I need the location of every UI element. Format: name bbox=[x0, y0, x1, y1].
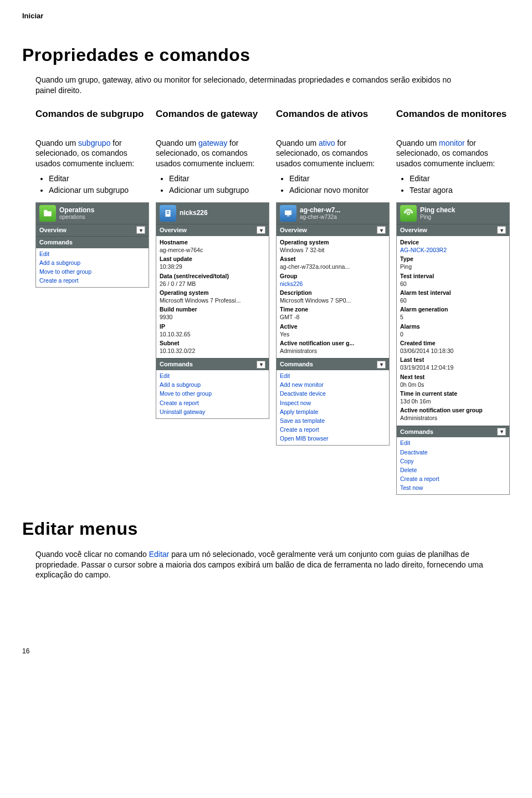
bullets-subgrupo: Editar Adicionar um subgrupo bbox=[35, 173, 149, 196]
col-gateway: Comandos de gateway Quando um gateway fo… bbox=[156, 108, 269, 495]
overview-bar[interactable]: Overview ▾ bbox=[397, 224, 509, 236]
text: Quando um bbox=[396, 139, 439, 147]
ping-icon bbox=[400, 205, 417, 222]
cmd-edit[interactable]: Edit bbox=[160, 371, 265, 380]
kv-row: DescriptionMicrosoft Windows 7 SP0... bbox=[280, 289, 386, 304]
overview-bar[interactable]: Overview ▾ bbox=[277, 224, 389, 236]
cmd-edit[interactable]: Edit bbox=[39, 249, 145, 258]
kv-row: Assetag-cher-w732a.root.unna... bbox=[280, 255, 386, 270]
chevron-down-icon[interactable]: ▾ bbox=[257, 226, 265, 234]
cmd-test-now[interactable]: Test now bbox=[400, 483, 506, 492]
cmd-apply-template[interactable]: Apply template bbox=[280, 407, 386, 416]
chevron-down-icon[interactable]: ▾ bbox=[377, 226, 386, 234]
commands-label: Commands bbox=[280, 360, 313, 369]
cmd-open-mib[interactable]: Open MIB browser bbox=[280, 434, 386, 443]
svg-rect-6 bbox=[287, 216, 290, 217]
chevron-down-icon[interactable]: ▾ bbox=[497, 428, 506, 436]
col-heading-gateway: Comandos de gateway bbox=[156, 108, 269, 132]
overview-kv: Hostnameag-merce-w764c Last update10:38:… bbox=[156, 236, 269, 358]
cmd-create-report[interactable]: Create a report bbox=[280, 425, 386, 434]
kv-row: Operating systemMicrosoft Windows 7 Prof… bbox=[160, 289, 265, 304]
kv-row: Next test0h 0m 0s bbox=[400, 373, 506, 388]
list-item: Testar agora bbox=[410, 185, 510, 196]
cmd-create-report[interactable]: Create a report bbox=[39, 276, 145, 285]
text: Quando um bbox=[276, 139, 319, 147]
cmd-move-group[interactable]: Move to other group bbox=[39, 267, 145, 276]
link-subgrupo[interactable]: subgrupo bbox=[78, 139, 110, 147]
cmd-deactivate[interactable]: Deactivate bbox=[400, 448, 506, 457]
kv-row: IP10.10.32.65 bbox=[160, 323, 265, 338]
col-desc-ativos: Quando um ativo for selecionado, os coma… bbox=[276, 138, 390, 170]
link-monitor[interactable]: monitor bbox=[439, 139, 465, 147]
cmd-create-report[interactable]: Create a report bbox=[400, 474, 506, 483]
panel-header: nicks226 bbox=[156, 203, 269, 224]
kv-row: Created time03/06/2014 10:18:30 bbox=[400, 339, 506, 355]
svg-rect-3 bbox=[167, 211, 170, 212]
commands-bar[interactable]: Commands ▾ bbox=[156, 358, 269, 370]
cmd-delete[interactable]: Delete bbox=[400, 466, 506, 474]
section-title-editar-menus: Editar menus bbox=[22, 517, 510, 541]
list-item: Adicionar novo monitor bbox=[289, 185, 390, 196]
panel-ping-check: Ping check Ping Overview ▾ DeviceAG-NICK… bbox=[396, 202, 510, 495]
cmd-move-group[interactable]: Move to other group bbox=[160, 389, 265, 398]
kv-row: Alarm generation5 bbox=[400, 305, 506, 321]
panel-subtitle: ag-cher-w732a bbox=[300, 214, 340, 220]
list-item: Adicionar um subgrupo bbox=[169, 185, 269, 196]
commands-label: Commands bbox=[160, 360, 193, 369]
kv-row: DeviceAG-NICK-2003R2 bbox=[400, 238, 506, 254]
editar-body: Quando você clicar no comando Editar par… bbox=[35, 549, 495, 581]
bullets-monitores: Editar Testar agora bbox=[396, 173, 510, 196]
cmd-add-subgroup[interactable]: Add a subgroup bbox=[160, 380, 265, 389]
link-editar[interactable]: Editar bbox=[149, 550, 170, 559]
cmd-copy[interactable]: Copy bbox=[400, 457, 506, 466]
commands-label: Commands bbox=[39, 238, 73, 247]
list-item: Adicionar um subgrupo bbox=[49, 185, 149, 196]
cmd-deactivate-device[interactable]: Deactivate device bbox=[280, 389, 386, 398]
panel-title: nicks226 bbox=[180, 209, 208, 217]
cmd-uninstall-gateway[interactable]: Uninstall gateway bbox=[160, 407, 265, 416]
commands-list: Edit Add a subgroup Move to other group … bbox=[156, 370, 269, 418]
text: Quando você clicar no comando bbox=[35, 550, 149, 559]
commands-columns: Comandos de subgrupo Quando um subgrupo … bbox=[35, 108, 510, 495]
cmd-save-template[interactable]: Save as template bbox=[280, 416, 386, 425]
overview-bar[interactable]: Overview ▾ bbox=[156, 224, 269, 236]
overview-label: Overview bbox=[400, 226, 427, 234]
col-desc-gateway: Quando um gateway for selecionado, os co… bbox=[156, 138, 269, 170]
kv-row: Test interval60 bbox=[400, 272, 506, 288]
panel-asset: ag-cher-w7... ag-cher-w732a Overview ▾ O… bbox=[276, 202, 390, 446]
commands-bar: Commands bbox=[36, 236, 149, 248]
commands-bar[interactable]: Commands ▾ bbox=[397, 426, 509, 438]
kv-row: ActiveYes bbox=[280, 323, 386, 338]
list-item: Editar bbox=[289, 173, 390, 184]
cmd-inspect-now[interactable]: Inspect now bbox=[280, 398, 386, 407]
chevron-down-icon[interactable]: ▾ bbox=[136, 226, 145, 234]
cmd-create-report[interactable]: Create a report bbox=[160, 398, 265, 407]
link-ativo[interactable]: ativo bbox=[319, 139, 335, 147]
col-subgrupo: Comandos de subgrupo Quando um subgrupo … bbox=[35, 108, 149, 495]
cmd-add-subgroup[interactable]: Add a subgroup bbox=[39, 258, 145, 267]
col-desc-subgrupo: Quando um subgrupo for selecionado, os c… bbox=[35, 138, 149, 170]
kv-row: Subnet10.10.32.0/22 bbox=[160, 339, 265, 355]
chevron-down-icon[interactable]: ▾ bbox=[497, 226, 506, 234]
bullets-gateway: Editar Adicionar um subgrupo bbox=[156, 173, 269, 196]
page-number: 16 bbox=[22, 647, 510, 656]
chevron-down-icon[interactable]: ▾ bbox=[257, 361, 265, 369]
kv-row: Alarm test interval60 bbox=[400, 289, 506, 304]
cmd-edit[interactable]: Edit bbox=[400, 438, 506, 447]
col-heading-ativos: Comandos de ativos bbox=[276, 108, 390, 132]
kv-row: Alarms0 bbox=[400, 323, 506, 338]
panel-subtitle: Ping bbox=[420, 214, 455, 220]
link-gateway[interactable]: gateway bbox=[198, 139, 227, 147]
cmd-add-monitor[interactable]: Add new monitor bbox=[280, 380, 386, 389]
panel-header: Operations operations bbox=[36, 203, 149, 224]
col-heading-monitores: Comandos de monitores bbox=[396, 108, 510, 132]
commands-list: Edit Deactivate Copy Delete Create a rep… bbox=[397, 437, 509, 494]
chevron-down-icon[interactable]: ▾ bbox=[377, 361, 386, 369]
cmd-edit[interactable]: Edit bbox=[280, 371, 386, 380]
kv-row: Last test03/19/2014 12:04:19 bbox=[400, 356, 506, 371]
panel-operations: Operations operations Overview ▾ Command… bbox=[35, 202, 149, 288]
overview-bar[interactable]: Overview ▾ bbox=[36, 224, 149, 236]
overview-kv: Operating systemWindows 7 32-bit Assetag… bbox=[277, 236, 389, 358]
panel-gateway-nicks226: nicks226 Overview ▾ Hostnameag-merce-w76… bbox=[156, 202, 269, 419]
commands-bar[interactable]: Commands ▾ bbox=[277, 358, 389, 370]
